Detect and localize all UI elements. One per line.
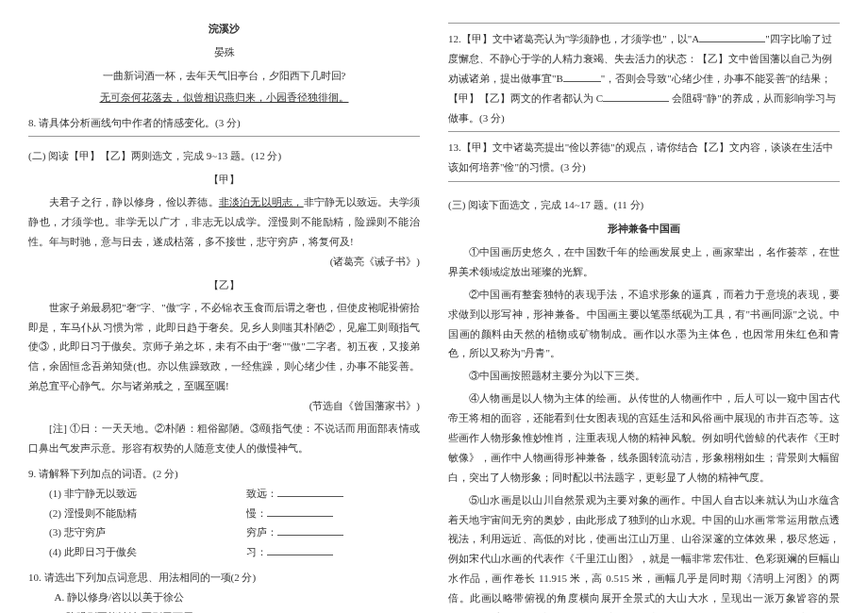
section-3-header: (三) 阅读下面选文，完成 14~17 题。(11 分) <box>448 195 840 215</box>
q10-option-b: B. 险躁则不能治性/至则无可用 <box>55 607 421 613</box>
blank <box>267 546 333 555</box>
q9-3-prompt: (3) 悲守穷庐 <box>49 522 227 542</box>
q9-1-label: 致远： <box>246 484 420 504</box>
blank <box>277 488 343 497</box>
jia-text-underline: 非淡泊无以明志， <box>219 196 304 207</box>
q9-3-label: 穷庐： <box>246 522 420 542</box>
question-10: 10. 请选出下列加点词意思、用法相同的一项(2 分) <box>28 568 420 588</box>
passage-yi: 世家子弟最易犯"奢"字、"傲"字，不必锦衣玉食而后谓之奢也，但使皮袍呢褂俯拾即是… <box>28 298 420 396</box>
answer-rule <box>28 136 420 137</box>
yi-attribution: (节选自《曾国藩家书》) <box>28 396 420 416</box>
question-13: 13.【甲】文中诸葛亮提出"俭以养德"的观点，请你结合【乙】文内容，谈谈在生活中… <box>448 138 840 177</box>
label-yi: 【乙】 <box>28 275 420 295</box>
q9-row-1: (1) 非宁静无以致远 致远： <box>49 484 420 504</box>
q10-option-a: A. 静以修身/咨以以美于徐公 <box>55 588 421 607</box>
q9-row-2: (2) 淫慢则不能励精 慢： <box>49 504 420 523</box>
essay-p4: ④人物画是以人物为主体的绘画。从传世的人物画作中，后人可以一窥中国古代帝王将相的… <box>448 389 840 487</box>
answer-rule <box>448 131 840 132</box>
q9-row-3: (3) 悲守穷庐 穷庐： <box>49 522 420 542</box>
essay-p3: ③中国画按照题材主要分为以下三类。 <box>448 366 840 386</box>
left-column: 浣溪沙 晏殊 一曲新词酒一杯，去年天气旧亭台，夕阳西下几时回? 无可奈何花落去，… <box>28 19 420 594</box>
right-column: 12.【甲】文中诸葛亮认为"学须静也，才须学也"，以"A"四字比喻了过度懈怠、不… <box>448 19 840 594</box>
poem-author: 晏殊 <box>28 42 420 62</box>
jia-text-a: 夫君子之行，静以修身，俭以养德。 <box>49 196 219 207</box>
question-12: 12.【甲】文中诸葛亮认为"学须静也，才须学也"，以"A"四字比喻了过度懈怠、不… <box>448 29 840 127</box>
q9-4-label: 习： <box>246 542 420 562</box>
label-jia: 【甲】 <box>28 170 420 190</box>
essay-p2: ②中国画有整套独特的表现手法，不追求形象的逼真，而着力于意境的表现，要求做到以形… <box>448 285 840 364</box>
blank-b <box>563 73 601 82</box>
q9-4-prompt: (4) 此即日习于傲矣 <box>49 542 227 562</box>
blank-c <box>603 92 669 102</box>
q9-2-prompt: (2) 淫慢则不能励精 <box>49 504 227 523</box>
notes: [注] ①日：一天天地。②朴陋：粗俗鄙陋。③颐指气使：不说话而用面部表情或口鼻出… <box>28 419 420 458</box>
blank <box>267 507 333 517</box>
question-8: 8. 请具体分析画线句中作者的情感变化。(3 分) <box>28 113 420 133</box>
passage-jia: 夫君子之行，静以修身，俭以养德。非淡泊无以明志，非宁静无以致远。夫学须静也，才须… <box>28 192 420 252</box>
essay-title: 形神兼备中国画 <box>448 219 840 239</box>
blank-a <box>699 33 765 42</box>
question-9: 9. 请解释下列加点的词语。(2 分) <box>28 464 420 484</box>
q9-1-prompt: (1) 非宁静无以致远 <box>49 484 227 504</box>
jia-attribution: (诸葛亮《诫子书》) <box>28 252 420 272</box>
q9-row-4: (4) 此即日习于傲矣 习： <box>49 542 420 562</box>
answer-rule-top <box>448 23 840 24</box>
essay-p1: ①中国画历史悠久，在中国数千年的绘画发展史上，画家辈出，名作荟萃，在世界美术领域… <box>448 242 840 282</box>
answer-rule <box>448 181 840 182</box>
poem-line-1: 一曲新词酒一杯，去年天气旧亭台，夕阳西下几时回? <box>28 66 420 86</box>
section-2-header: (二) 阅读【甲】【乙】两则选文，完成 9~13 题。(12 分) <box>28 146 420 166</box>
blank <box>277 527 343 537</box>
poem-title: 浣溪沙 <box>28 19 420 39</box>
poem-line-2: 无可奈何花落去，似曾相识燕归来，小园香径独徘徊。 <box>28 88 420 108</box>
q9-2-label: 慢： <box>246 504 420 523</box>
essay-p5: ⑤山水画是以山川自然景观为主要对象的画作。中国人自古以来就认为山水蕴含着天地宇宙… <box>448 490 840 613</box>
